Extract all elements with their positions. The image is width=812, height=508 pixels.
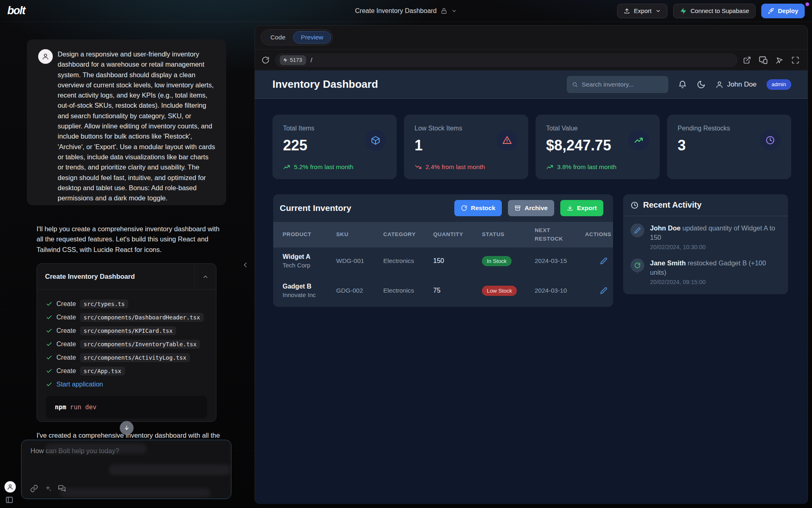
export-project-button[interactable]: Export (617, 4, 667, 18)
chat-collapse-handle[interactable] (241, 261, 249, 269)
url-path: / (311, 56, 312, 63)
kpi-card-pending-restocks: Pending Restocks 3 (667, 115, 791, 179)
table-header-row: PRODUCT SKU CATEGORY QUANTITY STATUS NEX… (273, 222, 613, 247)
reload-icon[interactable] (261, 56, 270, 64)
artifact-step: Create src/components/DashboardHeader.ts… (46, 310, 207, 324)
file-chip[interactable]: src/components/DashboardHeader.tsx (80, 313, 204, 322)
check-icon (46, 354, 52, 361)
command-args: run dev (70, 404, 96, 411)
kpi-delta-text: 2.4% from last month (425, 163, 485, 171)
kpi-card-total-value: Total Value $8,247.75 3.8% from last mon… (536, 115, 660, 179)
quantity-cell: 75 (433, 287, 482, 294)
url-input[interactable]: 5173 / (275, 53, 738, 67)
tab-code[interactable]: Code (263, 31, 293, 43)
file-chip[interactable]: src/types.ts (80, 300, 128, 308)
archive-label: Archive (525, 204, 548, 212)
kpi-card-total-items: Total Items 225 5.2% from last month (272, 115, 397, 179)
artifact-step: Create src/components/ActivityLog.tsx (46, 351, 207, 364)
deploy-label: Deploy (778, 7, 798, 14)
view-tabs: Code Preview (255, 26, 808, 49)
sparkles-icon[interactable] (44, 484, 52, 493)
device-preview-icon[interactable] (759, 56, 768, 65)
recent-activity-card: Recent Activity John Doe updated quantit… (623, 194, 788, 294)
inspector-pointer-icon[interactable] (775, 56, 784, 64)
workbench-panel: Code Preview 5173 / Invent (255, 25, 808, 504)
chat-mode-icon[interactable] (58, 484, 66, 493)
dashboard-header-actions: John Doe admin (567, 76, 791, 93)
activity-icon-circle (631, 258, 644, 272)
user-name: John Doe (727, 80, 757, 89)
dark-mode-moon-icon[interactable] (697, 80, 706, 89)
quantity-cell: 150 (433, 257, 482, 265)
chevron-left-icon (241, 261, 249, 269)
kpi-icon-circle (628, 130, 649, 151)
tab-preview[interactable]: Preview (293, 31, 331, 43)
column-header: QUANTITY (433, 230, 482, 239)
open-external-icon[interactable] (743, 56, 751, 64)
artifact-collapse-button[interactable] (194, 264, 216, 290)
rocket-icon (768, 8, 774, 14)
preview-address-bar: 5173 / (255, 49, 808, 70)
edit-pencil-icon[interactable] (600, 287, 607, 294)
activity-list: John Doe updated quantity of Widget A to… (623, 216, 788, 294)
sidebar-toggle-button[interactable] (5, 496, 13, 504)
deploy-button[interactable]: Deploy (761, 4, 805, 18)
attach-link-icon[interactable] (30, 484, 38, 493)
start-application-link[interactable]: Start application (56, 381, 103, 388)
check-icon (46, 368, 52, 374)
kpi-delta-text: 5.2% from last month (294, 163, 353, 171)
activity-item: John Doe updated quantity of Widget A to… (631, 224, 781, 258)
package-icon (371, 135, 380, 145)
kpi-delta-text: 3.8% from last month (557, 163, 616, 171)
person-icon (42, 53, 49, 60)
bolt-logo[interactable]: bolt (7, 4, 25, 17)
project-title: Create Inventory Dashboard (355, 7, 437, 15)
activity-actor: Jane Smith (650, 259, 686, 267)
scroll-to-bottom-button[interactable] (120, 421, 134, 435)
file-chip[interactable]: src/components/ActivityLog.tsx (80, 353, 190, 362)
file-chip[interactable]: src/components/KPICard.tsx (80, 326, 176, 335)
column-header: NEXT RESTOCK (535, 226, 566, 243)
terminal-command: npm run dev (46, 396, 207, 419)
kpi-icon-circle (760, 130, 781, 151)
file-chip[interactable]: src/components/InventoryTable.tsx (80, 340, 200, 349)
category-cell: Electronics (383, 257, 433, 265)
bolt-app: bolt Create Inventory Dashboard Export C… (0, 0, 812, 508)
user-message: Design a responsive and user-friendly in… (27, 39, 226, 205)
archive-button[interactable]: Archive (508, 200, 554, 216)
check-icon (46, 341, 52, 347)
clock-icon (765, 135, 775, 145)
chat-input-box (21, 440, 231, 499)
user-menu[interactable]: John Doe (715, 80, 757, 89)
search-input[interactable] (582, 81, 663, 88)
chevron-down-icon[interactable] (451, 8, 457, 14)
activity-timestamp: 20/02/2024, 10:30:00 (650, 244, 781, 250)
edit-pencil-icon[interactable] (600, 257, 607, 265)
kpi-icon-circle (365, 130, 386, 151)
refresh-icon (461, 205, 467, 211)
file-chip[interactable]: src/App.tsx (80, 367, 125, 376)
fullscreen-icon[interactable] (791, 56, 799, 64)
account-avatar[interactable] (4, 481, 16, 493)
step-verb: Create (56, 327, 76, 334)
chevron-down-icon (655, 8, 661, 14)
arrow-down-icon (123, 425, 130, 431)
column-header: STATUS (482, 230, 535, 239)
restock-button[interactable]: Restock (454, 200, 502, 216)
inventory-row: Gadget B Innovate Inc GDG-002 Electronic… (273, 274, 613, 307)
step-verb: Create (56, 314, 76, 321)
inventory-row: Widget A Tech Corp WDG-001 Electronics 1… (273, 247, 613, 274)
port-pill[interactable]: 5173 (280, 55, 306, 65)
port-number: 5173 (290, 57, 302, 63)
export-label: Export (634, 7, 651, 14)
activity-item: Jane Smith restocked Gadget B (+100 unit… (631, 258, 781, 285)
export-csv-button[interactable]: Export (560, 200, 603, 216)
trending-up-icon (283, 163, 290, 171)
connect-supabase-button[interactable]: Connect to Supabase (673, 4, 756, 18)
search-icon (572, 81, 578, 88)
bell-icon[interactable] (678, 80, 687, 89)
step-verb: Create (56, 354, 76, 361)
product-name: Widget A (283, 253, 336, 261)
notification-dot (806, 2, 809, 6)
artifact-step: Create src/types.ts (46, 297, 207, 310)
